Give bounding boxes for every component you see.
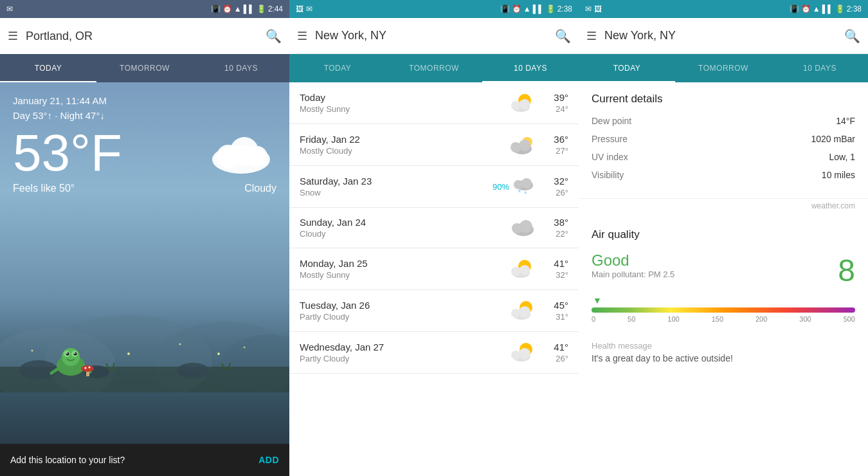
battery-icon-3: 🔋 [835,5,845,14]
forecast-high-2: 32° [536,176,568,187]
svg-point-61 [511,351,520,360]
tab-tomorrow-1[interactable]: TOMORROW [96,54,193,82]
details-content: Current details Dew point 14°F Pressure … [579,82,868,476]
temp-range: Day 53°↑ · Night 47°↓ [13,110,276,121]
status-icons-left-1: ✉ [6,5,13,14]
vibrate-icon-3: 📳 [790,5,799,14]
svg-point-45 [521,178,532,188]
svg-point-13 [74,352,77,356]
air-quality-left: Good Main pollutant: PM 2.5 [592,252,674,289]
svg-text:*: * [518,187,521,197]
svg-point-5 [19,360,58,380]
svg-point-14 [66,352,68,354]
svg-point-12 [66,352,69,356]
tabs-3: TODAY TOMORROW 10 DAYS [579,54,868,82]
alarm-icon: ⏰ [222,5,232,14]
aqi-bar-container: ▼ 0 50 100 150 200 300 500 [592,295,855,323]
uv-value: Low, 1 [829,152,855,162]
tabs-1: TODAY TOMORROW 10 DAYS [0,54,289,82]
tab-10days-2[interactable]: 10 DAYS [482,54,579,82]
tab-10days-1[interactable]: 10 DAYS [193,54,289,82]
search-icon-1[interactable]: 🔍 [266,28,282,44]
location-display-3: New York, NY [604,29,836,42]
forecast-day-name-6: Wednesday, Jan 27 [300,342,485,352]
forecast-condition-5: Partly Cloudy [300,312,485,322]
svg-point-22 [127,352,130,355]
forecast-item-wed[interactable]: Wednesday, Jan 27 Partly Cloudy 41° 26° [289,332,579,374]
forecast-low-6: 26° [536,354,568,363]
mostly-cloudy-icon-1 [511,133,536,156]
tab-tomorrow-3[interactable]: TOMORROW [675,54,772,82]
signal-icon: ▌▌ [244,5,255,14]
menu-icon-3[interactable]: ☰ [586,29,597,43]
forecast-temps-3: 38° 22° [536,217,568,239]
forecast-high-5: 45° [536,300,568,311]
tab-today-3[interactable]: TODAY [579,54,675,82]
health-message: It's a great day to be active outside! [592,353,855,363]
tab-10days-3[interactable]: 10 DAYS [772,54,868,82]
svg-point-25 [244,347,246,349]
forecast-item-mon[interactable]: Monday, Jan 25 Mostly Sunny 41° 32° [289,248,579,290]
forecast-condition-0: Mostly Sunny [300,104,485,114]
message-icon-3: ✉ [585,5,592,14]
svg-text:*: * [524,190,527,198]
svg-point-58 [519,306,530,318]
main-temp-row: 53°F [13,127,276,179]
forecast-low-5: 31° [536,312,568,322]
forecast-item-fri[interactable]: Friday, Jan 22 Mostly Cloudy 36° 27° [289,124,579,166]
aqi-scale-50: 50 [628,315,635,323]
forecast-item-sun[interactable]: Sunday, Jan 24 Cloudy 38° 22° [289,208,579,248]
aqi-bar [592,307,855,313]
svg-point-19 [81,365,94,372]
aqi-scale-100: 100 [667,315,679,323]
picture-icon-3: 🖼 [594,5,602,14]
forecast-day-name-0: Today [300,92,485,103]
cloudy-icon-3 [511,218,536,237]
forecast-condition-6: Partly Cloudy [300,354,485,363]
pressure-value: 1020 mBar [811,134,855,144]
forecast-icon-area-1 [485,133,536,156]
signal-icon-3: ▌▌ [822,5,833,14]
air-quality-title: Air quality [592,228,855,241]
forecast-day-name-5: Tuesday, Jan 26 [300,300,485,311]
air-quality-number: 8 [838,255,855,286]
forecast-day-info-3: Sunday, Jan 24 Cloudy [300,217,485,239]
status-bar-1: ✉ 📳 ⏰ ▲ ▌▌ 🔋 2:44 [0,0,289,18]
tab-tomorrow-2[interactable]: TOMORROW [386,54,482,82]
svg-point-42 [519,140,530,151]
forecast-day-name-4: Monday, Jan 25 [300,258,485,269]
svg-point-24 [217,352,220,355]
forecast-high-3: 38° [536,217,568,228]
aqi-scale: 0 50 100 150 200 300 500 [592,315,855,323]
forecast-icon-area-3 [485,218,536,237]
forecast-day-info-4: Monday, Jan 25 Mostly Sunny [300,258,485,280]
feels-like-row: Feels like 50° Cloudy [13,183,276,194]
add-location-button[interactable]: ADD [258,455,279,465]
aqi-scale-500: 500 [844,315,855,323]
forecast-condition-4: Mostly Sunny [300,270,485,280]
weather-condition-1: Cloudy [244,183,276,194]
forecast-temps-2: 32° 26° [536,176,568,197]
add-location-text: Add this location to your list? [10,455,125,465]
svg-point-50 [520,220,532,233]
svg-point-15 [74,352,75,354]
pressure-label: Pressure [592,134,628,144]
main-temperature: 53°F [13,127,122,179]
forecast-low-0: 24° [536,104,568,114]
forecast-item-sat[interactable]: Saturday, Jan 23 Snow 90% * * 32° 26° [289,166,579,208]
forecast-item-today[interactable]: Today Mostly Sunny 39° 24° [289,82,579,124]
status-icons-left-3: ✉ 🖼 [585,5,602,14]
search-icon-2[interactable]: 🔍 [555,28,571,44]
current-details-section: Current details Dew point 14°F Pressure … [579,82,868,199]
forecast-temps-5: 45° 31° [536,300,568,322]
mostly-sunny-icon-0 [511,91,536,114]
wifi-icon-3: ▲ [813,5,820,14]
tab-today-2[interactable]: TODAY [289,54,386,82]
svg-point-54 [520,265,530,275]
forecast-item-tue[interactable]: Tuesday, Jan 26 Partly Cloudy 45° 31° [289,290,579,332]
search-icon-3[interactable]: 🔍 [844,28,860,44]
menu-icon-2[interactable]: ☰ [297,29,307,43]
location-display-2: New York, NY [315,29,547,42]
tab-today-1[interactable]: TODAY [0,54,96,82]
menu-icon-1[interactable]: ☰ [8,29,18,43]
